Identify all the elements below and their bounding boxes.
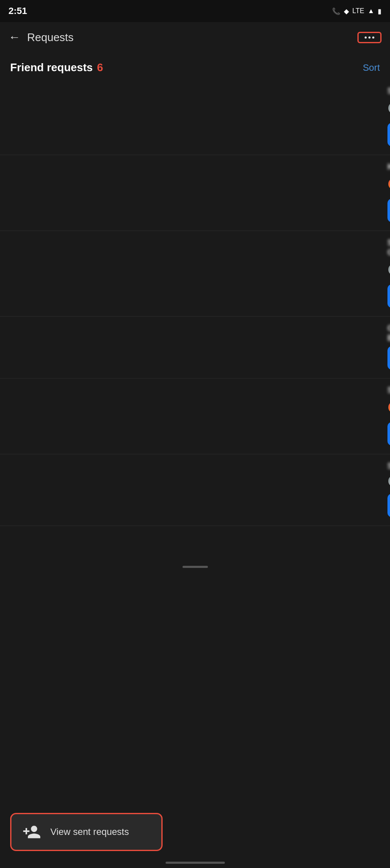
mutual-friends: 3 mutual friends	[387, 398, 390, 416]
action-buttons: Confirm Delete	[387, 422, 390, 445]
requester-name: Koli Das	[387, 162, 390, 172]
scroll-indicator	[0, 560, 390, 571]
request-name-row: Koli Das 2y	[387, 162, 390, 172]
request-info: Samantia Chowdhury 1y 6 mutual friends C…	[387, 238, 390, 308]
request-item: Chowdhury Babu 46w Confirm Delete	[0, 317, 390, 378]
status-icons: 📞 ◆ LTE ▲ ▮	[332, 7, 382, 15]
action-buttons: Confirm Delete	[387, 346, 390, 370]
view-sent-requests-button[interactable]: View sent requests	[10, 813, 163, 851]
mutual-avatars	[387, 101, 390, 115]
mutual-friends: 5 mutual friends	[387, 99, 390, 117]
back-button[interactable]: ←	[8, 31, 20, 44]
bottom-spacer	[0, 526, 390, 560]
page-title: Requests	[27, 31, 74, 44]
action-buttons: Confirm Delete	[387, 284, 390, 308]
header-left: ← Requests	[8, 31, 74, 44]
mutual-avatars	[387, 474, 390, 488]
mutual-avatars	[387, 263, 390, 276]
sort-button[interactable]: Sort	[363, 62, 380, 73]
requester-name: Srila Das	[387, 86, 390, 96]
section-header: Friend requests 6 Sort	[0, 53, 390, 79]
lte-label: LTE	[352, 7, 364, 15]
mutual-avatar	[387, 263, 390, 276]
action-buttons: Confirm Delete	[387, 199, 390, 222]
mutual-avatar	[387, 474, 390, 488]
status-time: 2:51	[8, 6, 27, 17]
person-add-svg	[22, 823, 41, 841]
section-title: Friend requests	[10, 61, 93, 74]
request-item: Sorjit Ghosh 2y 5 mutual friends Confirm…	[0, 454, 390, 526]
requester-name: Chowdhury Babu	[387, 323, 390, 343]
dot3	[372, 36, 374, 39]
request-info: Koli Das 2y 3 mutual friends Confirm Del…	[387, 162, 390, 222]
mutual-avatar	[387, 401, 390, 414]
scroll-handle	[183, 566, 208, 568]
dot1	[365, 36, 367, 39]
view-sent-label: View sent requests	[50, 826, 129, 837]
mutual-avatar	[387, 101, 390, 115]
header: ← Requests	[0, 22, 390, 53]
mutual-avatar	[387, 177, 390, 191]
request-item: Samantia Chowdhury 1y 6 mutual friends C…	[0, 231, 390, 317]
request-item: Srila Das 22w 5 mutual friends Confirm D…	[0, 79, 390, 155]
status-bar: 2:51 📞 ◆ LTE ▲ ▮	[0, 0, 390, 22]
request-info: Sudha Mukherjee 2y 3 mutual friends Conf…	[387, 385, 390, 445]
request-item: Koli Das 2y 3 mutual friends Confirm Del…	[0, 155, 390, 231]
requester-name: Samantia Chowdhury	[387, 238, 390, 257]
mutual-friends: 3 mutual friends	[387, 175, 390, 193]
confirm-button[interactable]: Confirm	[387, 494, 390, 517]
request-info: Sorjit Ghosh 2y 5 mutual friends Confirm…	[387, 461, 390, 517]
request-info: Srila Das 22w 5 mutual friends Confirm D…	[387, 86, 390, 146]
mutual-friends: 6 mutual friends	[387, 261, 390, 278]
bottom-bar: View sent requests	[0, 813, 390, 851]
section-title-wrap: Friend requests 6	[10, 61, 103, 74]
dot2	[368, 36, 371, 39]
request-list: Srila Das 22w 5 mutual friends Confirm D…	[0, 79, 390, 526]
mutual-friends: 5 mutual friends	[387, 474, 390, 488]
requester-name: Sorjit Ghosh	[387, 461, 390, 471]
battery-icon: ▮	[378, 7, 382, 15]
wifi-icon: ◆	[344, 7, 349, 15]
call-icon: 📞	[332, 7, 340, 15]
person-add-icon	[22, 822, 42, 842]
signal-icon: ▲	[368, 7, 374, 15]
request-name-row: Srila Das 22w	[387, 86, 390, 96]
request-info: Chowdhury Babu 46w Confirm Delete	[387, 323, 390, 370]
mutual-avatars	[387, 401, 390, 414]
confirm-button[interactable]: Confirm	[387, 199, 390, 222]
action-buttons: Confirm Delete	[387, 494, 390, 517]
action-buttons: Confirm Delete	[387, 123, 390, 146]
requester-name: Sudha Mukherjee	[387, 385, 390, 395]
mutual-avatars	[387, 177, 390, 191]
more-options-button[interactable]	[357, 32, 382, 43]
confirm-button[interactable]: Confirm	[387, 422, 390, 445]
request-item: Sudha Mukherjee 2y 3 mutual friends Conf…	[0, 378, 390, 454]
request-name-row: Samantia Chowdhury 1y	[387, 238, 390, 257]
friend-request-count: 6	[97, 61, 103, 74]
request-name-row: Sudha Mukherjee 2y	[387, 385, 390, 395]
confirm-button[interactable]: Confirm	[387, 346, 390, 370]
confirm-button[interactable]: Confirm	[387, 284, 390, 308]
request-name-row: Chowdhury Babu 46w	[387, 323, 390, 343]
confirm-button[interactable]: Confirm	[387, 123, 390, 146]
home-indicator	[166, 862, 225, 864]
request-name-row: Sorjit Ghosh 2y	[387, 461, 390, 471]
